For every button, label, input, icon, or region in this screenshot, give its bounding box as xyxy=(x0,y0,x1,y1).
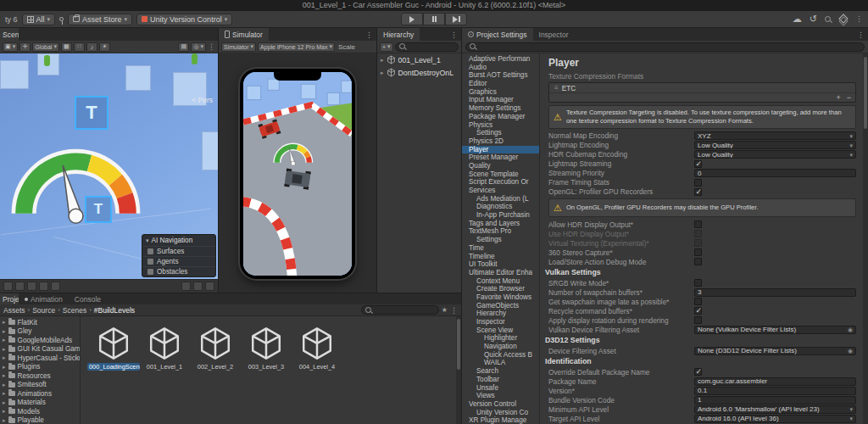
device-filtering-asset-object-field[interactable]: None (D3D12 Device Filter Lists) xyxy=(694,347,856,355)
settings-category-quality[interactable]: Quality xyxy=(462,162,539,170)
virtual-texturing-experimental-checkbox[interactable] xyxy=(694,239,702,247)
scene-overlay-icon-8[interactable] xyxy=(205,282,214,291)
folder-hypercasual-stickman-p[interactable]: ▸HyperCasual - Stickman P xyxy=(0,354,80,363)
version-control-button[interactable]: Unity Version Control ▾ xyxy=(136,14,232,25)
asset-002-level-2[interactable]: 002_Level_2 xyxy=(192,325,239,371)
tab-hierarchy[interactable]: Hierarchy xyxy=(377,28,420,41)
layout-menu-icon[interactable]: ⋮ xyxy=(855,15,863,23)
settings-category-package-manager[interactable]: Package Manager xyxy=(462,113,539,121)
collapse-arrow-icon[interactable]: ▸ xyxy=(3,399,6,406)
settings-category-search[interactable]: Search xyxy=(462,367,539,376)
settings-category-timeline[interactable]: Timeline xyxy=(462,253,539,261)
asset-001-level-1[interactable]: 001_Level_1 xyxy=(141,325,188,371)
ai-nav-item-surfaces[interactable]: Surfaces xyxy=(142,246,215,256)
settings-category-textmesh-pro[interactable]: TextMesh Pro xyxy=(462,227,539,236)
ai-nav-item-agents[interactable]: Agents xyxy=(142,256,215,266)
collapse-arrow-icon[interactable]: ▸ xyxy=(3,382,6,388)
settings-category-tags-and-layers[interactable]: Tags and Layers xyxy=(462,220,539,228)
settings-category-input-manager[interactable]: Input Manager xyxy=(462,96,539,104)
audio-icon[interactable]: ♪ xyxy=(86,42,97,52)
hdr-cubemap-encoding-dropdown[interactable]: Low Quality xyxy=(694,150,856,159)
lightmap-streaming-checkbox[interactable] xyxy=(694,160,702,168)
tab-animation[interactable]: Animation xyxy=(19,293,69,304)
tab-simulator[interactable]: Simulator xyxy=(219,28,269,41)
folder-models[interactable]: ▸Models xyxy=(0,407,80,416)
breadcrumb-source[interactable]: Source xyxy=(32,306,55,315)
settings-category-waila[interactable]: WAILA xyxy=(462,359,539,367)
effects-icon[interactable]: ☀ xyxy=(99,42,110,52)
folder-smitesoft[interactable]: ▸Smitesoft xyxy=(0,381,80,390)
settings-category-time[interactable]: Time xyxy=(462,244,539,253)
ai-nav-item-obstacles[interactable]: Obstacles xyxy=(142,266,215,276)
drag-handle-icon[interactable]: ≡ xyxy=(554,84,559,92)
bundle-version-code-field[interactable]: 1 xyxy=(694,396,856,404)
settings-category-physics-2d[interactable]: Physics 2D xyxy=(462,137,539,146)
scene-overlay-icon-4[interactable] xyxy=(39,282,48,291)
tool-settings-button[interactable]: ▣▾ xyxy=(3,42,18,52)
camera-icon[interactable]: ▤ xyxy=(178,42,189,52)
ai-navigation-header[interactable]: ▾ AI Navigation xyxy=(142,235,215,246)
kebab-menu-icon[interactable]: ⋮ xyxy=(365,31,373,39)
history-icon[interactable]: ↺ xyxy=(810,14,817,24)
asset-000-loadingscene[interactable]: 000_LoadingScene xyxy=(90,325,137,371)
breadcrumb-scenes[interactable]: Scenes xyxy=(63,306,86,315)
add-format-button[interactable]: + xyxy=(836,93,840,102)
settings-category-toolbar[interactable]: Toolbar xyxy=(462,376,539,384)
settings-category-xr-plugin-manage[interactable]: XR Plugin Manage xyxy=(462,416,539,424)
perspective-label[interactable]: < Pers xyxy=(192,96,213,104)
pivot-orientation-dropdown[interactable]: Global▾ xyxy=(32,42,59,52)
search-icon[interactable] xyxy=(825,16,832,23)
folder-gley[interactable]: ▸Gley xyxy=(0,327,80,337)
settings-category-settings[interactable]: Settings xyxy=(462,129,539,137)
normal-map-encoding-dropdown[interactable]: XYZ xyxy=(694,131,856,140)
settings-category-preset-manager[interactable]: Preset Manager xyxy=(462,153,539,162)
collapse-arrow-icon[interactable]: ▸ xyxy=(3,408,6,415)
collapse-arrow-icon[interactable]: ▸ xyxy=(3,354,6,361)
version-field[interactable]: 0.1 xyxy=(694,387,856,395)
settings-category-script-execution-or[interactable]: Script Execution Or xyxy=(462,178,539,187)
pin-icon[interactable] xyxy=(59,17,64,21)
scrollbar-thumb[interactable] xyxy=(864,57,867,129)
opengl-profiler-gpu-recorders-checkbox[interactable] xyxy=(694,188,702,196)
number-of-swapchain-buffers-field[interactable]: 3 xyxy=(694,288,856,297)
srgb-write-mode-checkbox[interactable] xyxy=(694,279,702,287)
settings-category-burst-aot-settings[interactable]: Burst AOT Settings xyxy=(462,71,539,80)
settings-category-scene-template[interactable]: Scene Template xyxy=(462,170,539,179)
tab-project-settings[interactable]: Project Settings xyxy=(462,28,533,41)
collapse-arrow-icon[interactable]: ▸ xyxy=(3,364,6,371)
settings-category-create-browser[interactable]: Create Browser xyxy=(462,285,539,293)
folder-flatkit[interactable]: ▸FlatKit xyxy=(0,318,80,327)
get-swapchain-image-late-as-possible-checkbox[interactable] xyxy=(694,298,702,305)
asset-store-button[interactable]: Asset Store ▾ xyxy=(68,14,132,25)
play-button[interactable] xyxy=(401,13,423,25)
settings-category-physics[interactable]: Physics xyxy=(462,121,539,130)
folder-gui-kit-casual-game[interactable]: ▸GUI Kit Casual Game xyxy=(0,345,80,354)
settings-category-in-app-purchasin[interactable]: In-App Purchasin xyxy=(462,211,539,220)
cloud-download-icon[interactable]: ☁ xyxy=(793,14,802,24)
frame-timing-stats-checkbox[interactable] xyxy=(694,179,702,187)
pause-button[interactable] xyxy=(423,13,445,25)
collapse-arrow-icon[interactable]: ▸ xyxy=(3,372,6,379)
use-hdr-display-output-checkbox[interactable] xyxy=(694,230,702,237)
breadcrumb-assets[interactable]: Assets xyxy=(3,306,25,315)
settings-category-editor[interactable]: Editor xyxy=(462,80,539,88)
kebab-menu-icon[interactable]: ⋮ xyxy=(450,31,458,39)
scene-overlay-icon-1[interactable] xyxy=(3,282,13,291)
settings-category-adaptive-performan[interactable]: Adaptive Performan xyxy=(462,55,539,64)
texture-format-item-etc[interactable]: ≡ETC xyxy=(549,83,855,93)
settings-category-graphics[interactable]: Graphics xyxy=(462,88,539,97)
collapse-arrow-icon[interactable]: ▸ xyxy=(3,346,6,353)
collapse-arrow-icon[interactable]: ▸ xyxy=(381,57,384,64)
settings-category-settings[interactable]: Settings xyxy=(462,236,539,244)
gizmos-dropdown[interactable]: ◎▾ xyxy=(191,42,206,52)
settings-category-audio[interactable]: Audio xyxy=(462,64,539,72)
settings-category-ui-toolkit[interactable]: UI Toolkit xyxy=(462,260,539,269)
kebab-menu-icon[interactable]: ⋮ xyxy=(208,42,215,51)
kebab-menu-icon[interactable]: ⋮ xyxy=(857,31,865,39)
scene-overlay-icon-5[interactable] xyxy=(51,282,60,291)
apply-display-rotation-during-rendering-checkbox[interactable] xyxy=(694,316,702,324)
project-search-input[interactable] xyxy=(361,305,439,315)
add-object-button[interactable]: +▾ xyxy=(380,42,393,52)
folder-animations[interactable]: ▸Animations xyxy=(0,389,80,399)
minimum-api-level-dropdown[interactable]: Android 6.0 'Marshmallow' (API level 23) xyxy=(694,405,856,414)
